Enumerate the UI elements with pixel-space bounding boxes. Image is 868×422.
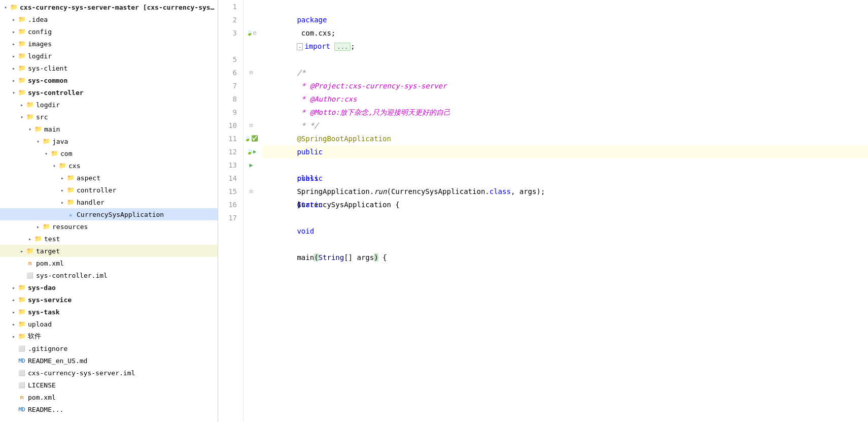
tree-item-images[interactable]: 📁 images	[0, 38, 218, 50]
tree-item-sys-task[interactable]: 📁 sys-task	[0, 306, 218, 318]
code-content: 1 2 3 5 6 7 8 9 10 11 12 13 14 15 16 17 …	[218, 0, 868, 422]
annotation-icon-3: 🍃	[246, 26, 253, 40]
method-run: run	[374, 187, 387, 196]
tree-item-upload[interactable]: 📁 upload	[0, 318, 218, 330]
arrow-sys-client	[10, 66, 17, 71]
label-target: target	[36, 247, 60, 255]
label-sys-controller: sys-controller	[28, 89, 84, 96]
kw-void: void	[297, 227, 314, 235]
fold-icon-15[interactable]: ⊟	[250, 185, 253, 198]
folder-icon-java: 📁	[42, 137, 51, 145]
folder-icon-aspect: 📁	[66, 174, 75, 182]
line-num-13: 13	[222, 158, 237, 172]
tree-item-java[interactable]: 📁 java	[0, 135, 218, 147]
tree-item-com[interactable]: 📁 com	[0, 147, 218, 159]
line-num-3: 3	[222, 26, 237, 40]
tree-item-resources[interactable]: 📁 resources	[0, 220, 218, 233]
tree-item-pom-root[interactable]: m pom.xml	[0, 391, 218, 403]
comment-open: /*	[297, 69, 305, 77]
gutter-1	[244, 0, 259, 13]
file-tree[interactable]: 📁 cxs-currency-sys-server-master [cxs-cu…	[0, 0, 218, 422]
run-icon-13[interactable]: ▶	[249, 158, 253, 172]
brace-close-16: }	[297, 201, 301, 209]
arrow-sys-dao	[10, 285, 17, 290]
line-num-7: 7	[222, 79, 237, 92]
tree-item-sys-service[interactable]: 📁 sys-service	[0, 294, 218, 306]
tree-item-main[interactable]: 📁 main	[0, 123, 218, 135]
tree-item-logdir2[interactable]: 📁 logdir	[0, 99, 218, 111]
gutter-11: 🍃 ✅	[244, 132, 259, 145]
folder-icon-main: 📁	[33, 125, 43, 133]
tree-item-pom-controller[interactable]: m pom.xml	[0, 257, 218, 269]
tree-item-test[interactable]: 📁 test	[0, 233, 218, 245]
tree-item-handler[interactable]: 📁 handler	[0, 196, 218, 208]
tree-item-sys-controller[interactable]: 📁 sys-controller	[0, 86, 218, 99]
run-icon-12a[interactable]: 🍃	[246, 145, 253, 158]
tree-item-sys-common[interactable]: 📁 sys-common	[0, 74, 218, 86]
fold-icon-6[interactable]: ⊟	[250, 66, 253, 79]
label-main: main	[44, 125, 60, 133]
space-13b	[297, 214, 301, 222]
label-controller: controller	[77, 186, 116, 194]
gutter-4	[244, 40, 259, 53]
folder-icon-test: 📁	[33, 235, 43, 243]
fold-box-3[interactable]: -	[297, 43, 303, 50]
file-xml2-icon: m	[17, 393, 26, 401]
file-md-icon: MD	[17, 356, 26, 365]
import-fold-marker[interactable]: ...	[334, 43, 351, 51]
run-args-close: , args);	[511, 187, 545, 196]
fold-icon-3[interactable]: ⊟	[253, 26, 256, 40]
line-num-10: 10	[222, 119, 237, 132]
file-iml-icon: ⬜	[25, 271, 34, 279]
file-xml-icon: m	[25, 259, 34, 267]
gutter-9	[244, 106, 259, 119]
tree-item-src[interactable]: 📁 src	[0, 111, 218, 123]
tree-item-license[interactable]: ⬜ LICENSE	[0, 379, 218, 391]
kw-package: package	[297, 16, 327, 24]
annotation-springboot: @SpringBootApplication	[297, 135, 391, 143]
arrow-logdir2	[18, 102, 25, 108]
tree-item-sys-dao[interactable]: 📁 sys-dao	[0, 281, 218, 294]
tree-item-sys-client[interactable]: 📁 sys-client	[0, 62, 218, 74]
annotation-icon-11b: ✅	[251, 132, 258, 145]
code-line-15: }	[263, 172, 868, 185]
tree-item-logdir[interactable]: 📁 logdir	[0, 50, 218, 62]
tree-item-config[interactable]: 📁 config	[0, 25, 218, 38]
tree-item-cxs-iml[interactable]: ⬜ cxs-currency-sys-server.iml	[0, 367, 218, 379]
run-icon-12b[interactable]: ▶	[253, 145, 257, 158]
label-sys-common: sys-common	[28, 77, 67, 84]
tree-item-controller[interactable]: 📁 controller	[0, 184, 218, 196]
tree-item-idea[interactable]: 📁 .idea	[0, 13, 218, 25]
folder-icon-com: 📁	[50, 149, 59, 157]
folder-icon-images: 📁	[17, 40, 26, 48]
tree-item-software[interactable]: 📁 软件	[0, 330, 218, 342]
tree-item-aspect[interactable]: 📁 aspect	[0, 172, 218, 184]
folder-icon-root: 📁	[9, 3, 18, 11]
tree-item-root[interactable]: 📁 cxs-currency-sys-server-master [cxs-cu…	[0, 1, 218, 13]
line-numbers: 1 2 3 5 6 7 8 9 10 11 12 13 14 15 16 17	[218, 0, 244, 422]
file-git-icon: ⬜	[17, 344, 26, 352]
fold-icon-10[interactable]: ⊟	[250, 119, 253, 132]
code-area[interactable]: package com.cxs; -import ...; /* * @Proj…	[259, 0, 868, 422]
brace-open-13: {	[383, 253, 387, 262]
tree-item-currency-app[interactable]: ☕ CurrencySysApplication	[0, 208, 218, 220]
gutter-10: ⊟	[244, 119, 259, 132]
paren-open: (	[314, 253, 318, 262]
code-editor: 1 2 3 5 6 7 8 9 10 11 12 13 14 15 16 17 …	[218, 0, 868, 422]
gutter-12: 🍃 ▶	[244, 145, 259, 158]
file-java-icon: ☕	[66, 210, 75, 218]
folder-icon-handler: 📁	[66, 198, 75, 206]
tree-item-readme2[interactable]: MD README...	[0, 403, 218, 415]
line-num-8: 8	[222, 92, 237, 106]
line-num-6: 6	[222, 66, 237, 79]
tree-item-gitignore[interactable]: ⬜ .gitignore	[0, 342, 218, 354]
folder-icon-cxs: 📁	[58, 161, 67, 170]
tree-item-cxs[interactable]: 📁 cxs	[0, 159, 218, 172]
tree-item-sys-ctrl-iml[interactable]: ⬜ sys-controller.iml	[0, 269, 218, 281]
tree-item-target[interactable]: 📁 target	[0, 245, 218, 257]
arrow-test	[26, 236, 33, 242]
tree-item-readme-en[interactable]: MD README_en_US.md	[0, 354, 218, 367]
arrow-controller	[59, 187, 66, 193]
label-sys-service: sys-service	[28, 296, 72, 304]
line-num-16: 16	[222, 198, 237, 211]
